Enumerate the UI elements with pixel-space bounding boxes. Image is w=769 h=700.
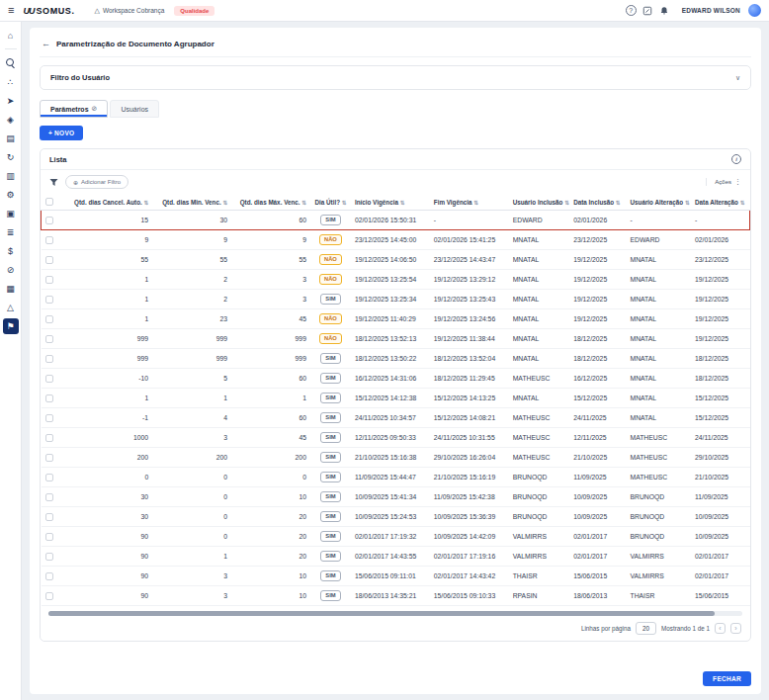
select-all-checkbox[interactable] <box>45 198 53 206</box>
column-header[interactable]: Qtd. dias Cancel. Auto. ⇅ <box>65 194 152 211</box>
hamburger-menu-icon[interactable]: ≡ <box>8 5 14 16</box>
row-checkbox[interactable] <box>45 454 53 462</box>
column-header[interactable]: Fim Vigência ⇅ <box>430 194 509 211</box>
kanban-icon[interactable]: ▥ <box>3 168 19 184</box>
table-row[interactable]: 999999999NÃO18/12/2025 13:52:1319/12/202… <box>42 329 750 349</box>
sort-icon[interactable]: ⇅ <box>564 200 569 206</box>
finance-icon[interactable]: $ <box>3 243 19 259</box>
flag-icon[interactable]: ⚑ <box>3 318 19 334</box>
table-row[interactable]: 200200200SIM21/10/2025 15:16:3829/10/202… <box>42 448 750 468</box>
workspace-selector[interactable]: △ Workspace Cobrança <box>95 7 165 15</box>
column-header[interactable]: Usuário Inclusão ⇅ <box>509 194 569 211</box>
table-row[interactable]: 90120SIM02/01/2017 14:43:5502/01/2017 17… <box>42 547 750 567</box>
package-icon[interactable]: ▣ <box>3 206 19 221</box>
prev-page-button[interactable]: ‹ <box>715 623 726 634</box>
table-row[interactable]: 153060SIM02/01/2026 15:50:31-EDWARD02/01… <box>42 211 750 230</box>
row-checkbox[interactable] <box>45 572 53 580</box>
search-icon[interactable]: ● <box>3 55 19 71</box>
row-checkbox[interactable] <box>45 394 53 402</box>
user-filter-panel[interactable]: Filtro do Usuário ∨ <box>40 65 751 90</box>
chevron-down-icon[interactable]: ∨ <box>735 74 740 82</box>
close-button[interactable]: FECHAR <box>703 671 751 686</box>
row-checkbox[interactable] <box>45 592 53 600</box>
tab-parametros[interactable]: Parâmetros ⊘ <box>40 100 108 118</box>
settings-icon[interactable]: ⚙ <box>3 187 19 203</box>
table-row[interactable]: 90020SIM02/01/2017 17:19:3210/09/2025 14… <box>42 527 750 547</box>
row-checkbox[interactable] <box>45 236 53 244</box>
row-checkbox[interactable] <box>45 217 53 224</box>
sort-icon[interactable]: ⇅ <box>222 200 227 206</box>
table-row[interactable]: 1000345SIM12/11/2025 09:50:3324/11/2025 … <box>42 428 750 448</box>
table-row[interactable]: 999999999SIM18/12/2025 13:50:2218/12/202… <box>42 349 750 369</box>
row-checkbox[interactable] <box>45 414 53 422</box>
table-row[interactable]: 123NÃO19/12/2025 13:25:5419/12/2025 13:2… <box>42 270 750 290</box>
table-row[interactable]: 90310SIM15/06/2015 09:11:0102/01/2017 14… <box>42 567 750 586</box>
table-row[interactable]: 555555NÃO19/12/2025 14:06:5023/12/2025 1… <box>42 250 750 270</box>
table-row[interactable]: 123SIM19/12/2025 13:25:3419/12/2025 13:2… <box>42 290 750 309</box>
column-header[interactable]: Usuário Alteração ⇅ <box>627 194 692 211</box>
sort-icon[interactable]: ⇅ <box>301 200 306 206</box>
sort-icon[interactable]: ⇅ <box>685 200 690 206</box>
share-nodes-icon[interactable]: ∴ <box>3 74 19 90</box>
sort-icon[interactable]: ⇅ <box>144 200 149 206</box>
tab-usuarios[interactable]: Usuários <box>110 100 159 118</box>
back-arrow-icon[interactable]: ← <box>42 39 50 48</box>
table-row[interactable]: 111SIM15/12/2025 14:12:3815/12/2025 14:1… <box>42 389 750 408</box>
column-header[interactable]: Início Vigência ⇅ <box>351 194 430 211</box>
column-header[interactable]: Qtd. dias Min. Venc. ⇅ <box>152 194 231 211</box>
sort-icon[interactable]: ⇅ <box>616 200 621 206</box>
table-row[interactable]: 30010SIM10/09/2025 15:41:3411/09/2025 15… <box>42 487 750 507</box>
row-checkbox[interactable] <box>45 513 53 521</box>
help-icon[interactable]: ? <box>626 5 637 16</box>
table-row[interactable]: 90310SIM18/06/2013 14:35:2115/06/2015 09… <box>42 586 750 606</box>
row-checkbox[interactable] <box>45 375 53 383</box>
block-icon[interactable]: ⊘ <box>3 262 19 278</box>
table-row[interactable]: -1460SIM24/11/2025 10:34:5715/12/2025 14… <box>42 408 750 428</box>
document-icon[interactable]: ▤ <box>3 131 19 146</box>
table-row[interactable]: 999NÃO23/12/2025 14:45:0002/01/2026 15:4… <box>42 230 750 250</box>
row-checkbox[interactable] <box>45 335 53 343</box>
column-header[interactable]: Dia Útil? ⇅ <box>310 194 351 211</box>
scrollbar-thumb[interactable] <box>48 611 715 616</box>
row-checkbox[interactable] <box>45 296 53 304</box>
table-row[interactable]: 000SIM11/09/2025 15:44:4721/10/2025 15:1… <box>42 468 750 487</box>
horizontal-scrollbar[interactable] <box>48 611 742 616</box>
home-icon[interactable]: ⌂ <box>3 28 19 44</box>
filter-funnel-icon[interactable] <box>49 178 58 187</box>
sort-icon[interactable]: ⇅ <box>473 200 478 206</box>
sort-icon[interactable]: ⇅ <box>740 200 745 206</box>
column-header[interactable]: Data Inclusão ⇅ <box>569 194 626 211</box>
row-checkbox[interactable] <box>45 256 53 264</box>
tag-icon[interactable]: ◈ <box>3 112 19 128</box>
sort-icon[interactable]: ⇅ <box>342 200 347 206</box>
row-checkbox[interactable] <box>45 474 53 481</box>
history-icon[interactable]: ↻ <box>3 149 19 165</box>
alert-icon[interactable]: △ <box>3 300 19 315</box>
row-checkbox[interactable] <box>45 276 53 284</box>
user-avatar[interactable] <box>748 4 761 17</box>
table-row[interactable]: -10560SIM16/12/2025 14:31:0618/12/2025 1… <box>42 369 750 389</box>
info-icon[interactable]: i <box>731 154 741 164</box>
next-page-button[interactable]: › <box>730 623 741 634</box>
add-filter-button[interactable]: ⊕ Adicionar Filtro <box>65 175 128 189</box>
column-header[interactable]: Qtd. dias Máx. Venc. ⇅ <box>231 194 310 211</box>
user-name[interactable]: EDWARD WILSON <box>682 7 740 14</box>
list-icon[interactable]: ≣ <box>3 224 19 240</box>
calendar-icon[interactable]: ▦ <box>3 281 19 297</box>
edit-note-icon[interactable] <box>642 5 653 16</box>
new-button[interactable]: + NOVO <box>40 126 83 140</box>
row-checkbox[interactable] <box>45 315 53 323</box>
row-checkbox[interactable] <box>45 355 53 363</box>
column-header[interactable]: Data Alteração ⇅ <box>691 194 749 211</box>
table-row[interactable]: 12345NÃO19/12/2025 11:40:2919/12/2025 13… <box>42 309 750 329</box>
row-checkbox[interactable] <box>45 434 53 442</box>
row-checkbox[interactable] <box>45 533 53 541</box>
table-row[interactable]: 30020SIM10/09/2025 15:24:5310/09/2025 15… <box>42 507 750 527</box>
send-icon[interactable]: ➤ <box>3 93 19 109</box>
sort-icon[interactable]: ⇅ <box>400 200 405 206</box>
actions-button[interactable]: Ações ⋮ <box>706 178 741 186</box>
bell-icon[interactable] <box>659 5 670 16</box>
row-checkbox[interactable] <box>45 493 53 501</box>
row-checkbox[interactable] <box>45 553 53 561</box>
rows-per-page-select[interactable]: 20 <box>636 622 656 635</box>
